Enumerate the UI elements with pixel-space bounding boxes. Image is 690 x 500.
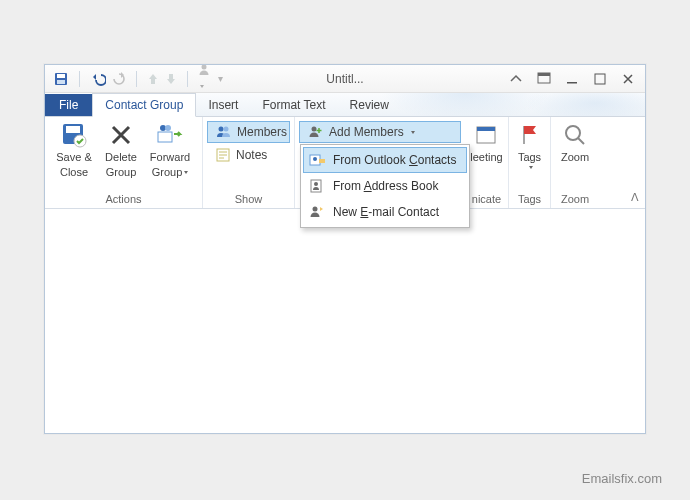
zoom-icon xyxy=(561,121,589,149)
label: Members xyxy=(237,125,287,139)
label: Tags xyxy=(518,151,541,164)
svg-rect-2 xyxy=(57,80,65,84)
undo-icon[interactable] xyxy=(90,72,106,86)
label: From Address Book xyxy=(333,179,438,193)
svg-point-17 xyxy=(312,127,317,132)
svg-point-13 xyxy=(165,125,171,131)
tab-insert[interactable]: Insert xyxy=(196,94,250,116)
menu-new-email-contact[interactable]: New E-mail Contact xyxy=(303,199,467,225)
save-icon[interactable] xyxy=(53,71,69,87)
ribbon-tabs: File Contact Group Insert Format Text Re… xyxy=(45,93,645,117)
svg-rect-11 xyxy=(158,132,172,142)
label: Notes xyxy=(236,148,267,162)
qat-customize-icon[interactable]: ▾ xyxy=(218,73,223,84)
label: Add Members xyxy=(329,125,404,139)
svg-rect-7 xyxy=(595,74,605,84)
label: Save & xyxy=(56,151,91,164)
minimize-icon[interactable] xyxy=(565,72,579,86)
add-members-dropdown: From Outlook Contacts From Address Book … xyxy=(300,144,470,228)
content-area xyxy=(45,209,645,433)
notes-button[interactable]: Notes xyxy=(207,144,290,166)
menu-from-outlook-contacts[interactable]: From Outlook Contacts xyxy=(303,147,467,173)
group-members: Add Members From Outlook Contacts From A… xyxy=(295,117,465,208)
group-communicate: leeting nicate xyxy=(465,117,509,208)
chevron-down-icon xyxy=(411,131,415,134)
ribbon-collapse-icon[interactable]: ᐱ xyxy=(631,191,639,204)
save-and-close-button[interactable]: Save & Close xyxy=(49,119,99,180)
new-contact-icon xyxy=(309,204,325,220)
svg-rect-9 xyxy=(66,126,80,133)
group-label: Zoom xyxy=(555,191,595,208)
flag-icon xyxy=(516,121,544,149)
up-icon[interactable] xyxy=(147,72,159,86)
meeting-button[interactable]: leeting xyxy=(469,119,504,166)
redo-icon[interactable] xyxy=(112,72,126,86)
svg-point-3 xyxy=(202,64,207,69)
label: From Outlook Contacts xyxy=(333,153,456,167)
group-zoom: Zoom Zoom xyxy=(551,117,599,208)
tab-file[interactable]: File xyxy=(45,94,92,116)
svg-point-19 xyxy=(313,157,317,161)
close-icon[interactable] xyxy=(621,72,635,86)
label: Group xyxy=(106,166,137,179)
label: Group xyxy=(152,166,189,179)
user-dropdown-icon[interactable] xyxy=(198,64,212,95)
svg-point-15 xyxy=(224,127,229,132)
svg-rect-1 xyxy=(57,74,65,78)
window-title: Untitl... xyxy=(326,72,363,86)
add-members-button[interactable]: Add Members From Outlook Contacts From A… xyxy=(299,121,461,143)
group-label: Actions xyxy=(49,191,198,208)
ribbon: Save & Close Delete Group Forward Group … xyxy=(45,117,645,209)
delete-icon xyxy=(107,121,135,149)
label: Zoom xyxy=(561,151,589,164)
zoom-button[interactable]: Zoom xyxy=(555,119,595,166)
add-members-icon xyxy=(308,124,324,140)
svg-point-23 xyxy=(313,207,318,212)
forward-icon xyxy=(156,121,184,149)
title-bar: ▾ Untitl... xyxy=(45,65,645,93)
label: Forward xyxy=(150,151,190,164)
maximize-icon[interactable] xyxy=(593,72,607,86)
ribbon-up-icon[interactable] xyxy=(509,72,523,86)
svg-point-26 xyxy=(566,126,580,140)
address-book-icon xyxy=(309,178,325,194)
group-tags: Tags Tags xyxy=(509,117,551,208)
svg-rect-5 xyxy=(538,73,550,76)
meeting-icon xyxy=(473,121,501,149)
svg-rect-6 xyxy=(567,82,577,84)
outlook-contacts-icon xyxy=(309,152,325,168)
group-label: nicate xyxy=(469,191,504,208)
delete-group-button[interactable]: Delete Group xyxy=(99,119,143,180)
forward-group-button[interactable]: Forward Group xyxy=(143,119,197,180)
label: Delete xyxy=(105,151,137,164)
members-icon xyxy=(216,124,232,140)
notes-icon xyxy=(215,147,231,163)
svg-rect-20 xyxy=(319,159,325,163)
group-actions: Save & Close Delete Group Forward Group … xyxy=(45,117,203,208)
group-label: Tags xyxy=(513,191,546,208)
save-close-icon xyxy=(60,121,88,149)
tab-format-text[interactable]: Format Text xyxy=(250,94,337,116)
svg-point-14 xyxy=(219,127,224,132)
group-show: Members Notes Show xyxy=(203,117,295,208)
watermark: Emailsfix.com xyxy=(582,471,662,486)
svg-point-22 xyxy=(314,182,318,186)
svg-rect-25 xyxy=(477,127,495,131)
members-button[interactable]: Members xyxy=(207,121,290,143)
app-window: ▾ Untitl... File Contact Group Insert Fo… xyxy=(44,64,646,434)
tags-button[interactable]: Tags xyxy=(513,119,546,171)
ribbon-display-icon[interactable] xyxy=(537,72,551,86)
label: New E-mail Contact xyxy=(333,205,439,219)
group-label: Show xyxy=(207,191,290,208)
label: leeting xyxy=(470,151,502,164)
down-icon[interactable] xyxy=(165,72,177,86)
quick-access-toolbar: ▾ xyxy=(45,64,231,95)
chevron-down-icon xyxy=(529,166,533,169)
label: Close xyxy=(60,166,88,179)
tab-review[interactable]: Review xyxy=(338,94,401,116)
menu-from-address-book[interactable]: From Address Book xyxy=(303,173,467,199)
tab-contact-group[interactable]: Contact Group xyxy=(92,93,196,117)
